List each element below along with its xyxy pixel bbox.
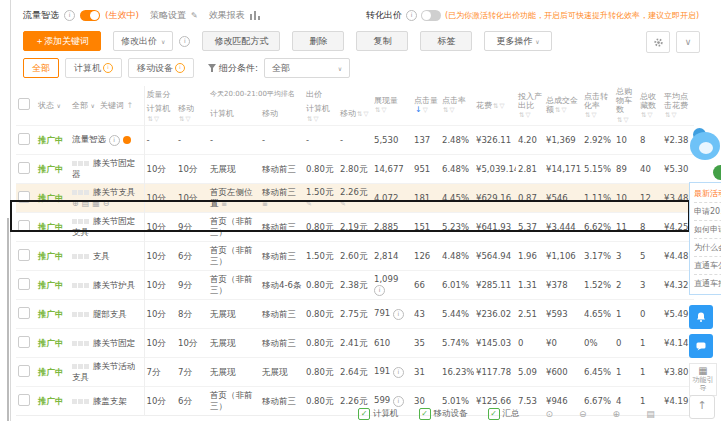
keyword-flag-icons — [72, 187, 90, 197]
add-icon[interactable]: ⊕ — [72, 199, 79, 208]
row-checkbox[interactable] — [18, 365, 30, 377]
grid-icon[interactable]: ▤ — [646, 409, 655, 419]
collapse-chevron-icon[interactable]: ∨ — [676, 31, 700, 53]
sub-header[interactable]: 移动⇅▽ — [176, 102, 208, 125]
conv-bid-info-icon[interactable]: i — [406, 10, 417, 21]
circle-icon[interactable]: ⊙ — [546, 409, 554, 419]
refine-select[interactable]: 全部∨ — [264, 58, 350, 78]
info-icon[interactable]: i — [64, 10, 75, 21]
metric-header[interactable]: 总购物车数⇅▽ — [614, 86, 638, 126]
help-panel-item-2[interactable]: 如何申请图片功能… — [694, 221, 721, 239]
keyword-text[interactable]: 腿部支具 — [93, 309, 127, 319]
table-row[interactable]: 推广中 膝关节固定支具10分9分首页（非前三）移动前三0.80元2.19元2,8… — [16, 213, 694, 242]
strategy-settings-link[interactable]: 策略设置 — [150, 9, 186, 22]
edit-bid-icon[interactable]: ✎ — [306, 200, 312, 208]
help-panel-item-3[interactable]: 为什么会出现过日… — [694, 239, 721, 257]
table-row[interactable]: 推广中流量智选 i------5,5301372.48%¥326.114.20¥… — [16, 126, 694, 155]
metric-header[interactable]: 点击转化率⇅▽ — [582, 86, 614, 126]
add-keyword-button[interactable]: ＋添加关键词 — [23, 31, 101, 51]
table-row[interactable]: 推广中 膝关节活动支具7分7分无展现无展现0.80元2.64元191 i3116… — [16, 358, 694, 387]
metric-header[interactable]: 总成交金额⇅▽ — [544, 86, 582, 126]
keyword-text[interactable]: 膝关节固定 — [93, 338, 136, 348]
metric-header[interactable]: 总收藏数⇅▽ — [638, 86, 662, 126]
row-checkbox[interactable] — [18, 278, 30, 290]
row-checkbox[interactable] — [18, 162, 30, 174]
row-checkbox[interactable] — [18, 394, 30, 406]
device-tab-2[interactable]: 移动设备i — [128, 58, 194, 78]
modify-bid-info-icon[interactable]: i — [179, 36, 190, 47]
edit-pencil-icon[interactable]: ✎ — [191, 11, 198, 20]
report-link[interactable]: 效果报表 — [209, 9, 245, 22]
table-row[interactable]: 推广中 膝关节固定10分10分无展现移动前三0.80元2.41元610355.7… — [16, 329, 694, 358]
keyword-text[interactable]: 膝盖支架 — [93, 396, 127, 406]
sub-header[interactable]: 计算机 — [208, 102, 260, 125]
modify-match-button[interactable]: 修改匹配方式 — [202, 31, 280, 51]
legend-item-1[interactable]: ✓移动设备 — [419, 408, 468, 420]
tag-button[interactable]: 标签 — [420, 31, 472, 51]
assistant-mascot-icon[interactable] — [690, 128, 720, 162]
conv-bid-toggle[interactable] — [421, 10, 441, 21]
device-tab-1[interactable]: 计算机i — [65, 58, 122, 78]
keyword-column-header[interactable]: 全部 ∨ 关键词 ↑ — [70, 86, 144, 126]
row-checkbox[interactable] — [18, 249, 30, 261]
device-tab-0[interactable]: 全部 — [23, 58, 59, 78]
metric-header[interactable]: 平均点击花费⇅▽ — [662, 86, 694, 126]
row-checkbox[interactable] — [18, 220, 30, 232]
metric-header[interactable]: 花费⇅▽ — [474, 86, 516, 126]
chart-icon[interactable]: ▦ — [92, 199, 100, 208]
select-all-checkbox[interactable] — [18, 98, 30, 110]
back-to-top-button[interactable]: ↑ — [689, 395, 715, 419]
legend-item-2[interactable]: ✓汇总 — [488, 408, 520, 420]
report-icon[interactable]: ▤ — [82, 199, 90, 208]
sub-header[interactable]: 移动 — [260, 102, 304, 125]
row-checkbox[interactable] — [18, 191, 30, 203]
info-icon[interactable]: i — [109, 135, 120, 146]
keyword-text[interactable]: 支具 — [93, 251, 110, 261]
minus-icon[interactable]: ⊖ — [579, 409, 587, 419]
copy-button[interactable]: 复制 — [356, 31, 408, 51]
info-icon[interactable]: i — [393, 367, 404, 378]
edit-bid-icon[interactable]: ✎ — [340, 200, 346, 208]
list-icon[interactable]: ≣ — [262, 200, 268, 208]
info-icon[interactable]: i — [393, 309, 404, 320]
feature-guide-button[interactable]: ▦ 功能引导 — [689, 363, 717, 396]
notification-bell-button[interactable] — [689, 305, 713, 329]
more-actions-button[interactable]: 更多操作 ∨ — [484, 31, 551, 51]
table-row[interactable]: 推广中 支具10分6分首页（非前三）移动前三1.50元2.60元2,814126… — [16, 242, 694, 271]
help-panel-item-5[interactable]: 直通车推广计划… — [694, 275, 721, 292]
sub-header[interactable]: 计算机⇅▽ — [144, 102, 176, 125]
delete-button[interactable]: 删除 — [292, 31, 344, 51]
sub-header[interactable]: 移动⇅▽ — [338, 102, 372, 125]
keyword-text[interactable]: 流量智选 — [72, 134, 106, 144]
row-checkbox[interactable] — [18, 307, 30, 319]
list-icon[interactable]: ≣ — [221, 200, 227, 208]
help-panel-item-4[interactable]: 直通车公告… — [694, 257, 721, 275]
metric-header[interactable]: 展现量⇅▽ — [372, 86, 412, 126]
table-row[interactable]: 推广中 腿部支具10分8分无展现移动前三0.80元2.75元791 i435.4… — [16, 300, 694, 329]
row-checkbox[interactable] — [18, 336, 30, 348]
legend-item-0[interactable]: ✓计算机 — [358, 408, 399, 420]
info-icon[interactable]: i — [374, 285, 385, 296]
traffic-select-toggle[interactable] — [80, 10, 100, 21]
metric-header[interactable]: 点击量↓▽ — [412, 86, 440, 126]
feedback-chat-button[interactable] — [689, 334, 713, 358]
cell-qs_mob: 10分 — [176, 184, 208, 213]
keyword-text[interactable]: 膝关节支具 — [93, 187, 136, 197]
plus-icon[interactable]: ⊕ — [613, 409, 621, 419]
remove-icon[interactable]: ⊖ — [103, 199, 110, 208]
status-column-header[interactable]: 状态 ∨ — [36, 86, 70, 126]
help-panel-item-1[interactable]: 申请20… — [694, 203, 721, 221]
metric-header[interactable]: 投入产出比⇅▽ — [516, 86, 544, 126]
modify-bid-select[interactable]: 修改出价∨ — [113, 31, 173, 51]
help-panel-item-0[interactable]: 最新活动 — [694, 185, 721, 203]
keyword-text[interactable]: 膝关节护具 — [93, 280, 136, 290]
settings-gear-icon[interactable] — [646, 31, 670, 53]
table-row[interactable]: 推广中 膝关节支具⊕▤▦⊖10分10分首页左侧位置 ≣移动前三 ≣1.50元 ✎… — [16, 184, 694, 213]
table-row[interactable]: 推广中 膝关节固定器10分10分无展现移动前三0.80元2.80元14,6779… — [16, 155, 694, 184]
row-checkbox[interactable] — [18, 133, 30, 145]
metric-header[interactable]: 点击率⇅▽ — [440, 86, 474, 126]
sub-header[interactable]: 计算机⇅▽ — [304, 102, 338, 125]
table-row[interactable]: 推广中 膝关节护具10分9分首页（非前三）移动4-6条0.80元2.38元1,0… — [16, 271, 694, 300]
info-icon[interactable]: i — [393, 396, 404, 407]
promo-badge-icon[interactable] — [713, 165, 721, 180]
